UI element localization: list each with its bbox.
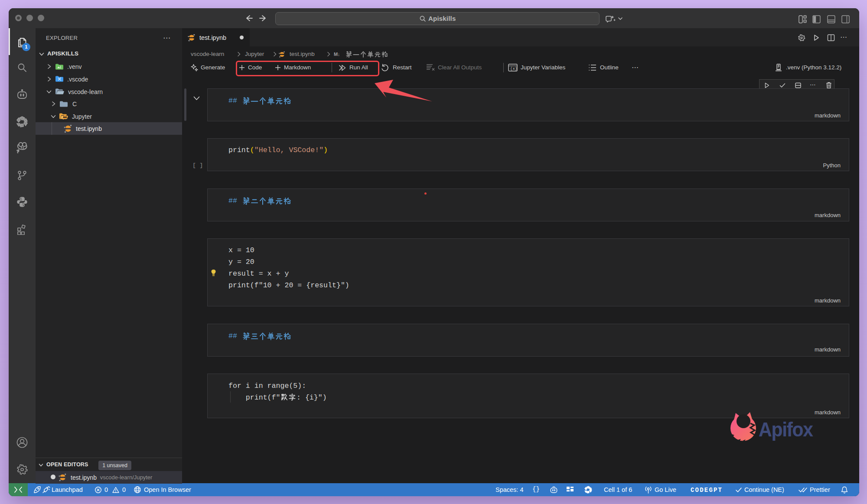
svg-text:(x): (x)	[510, 67, 517, 71]
